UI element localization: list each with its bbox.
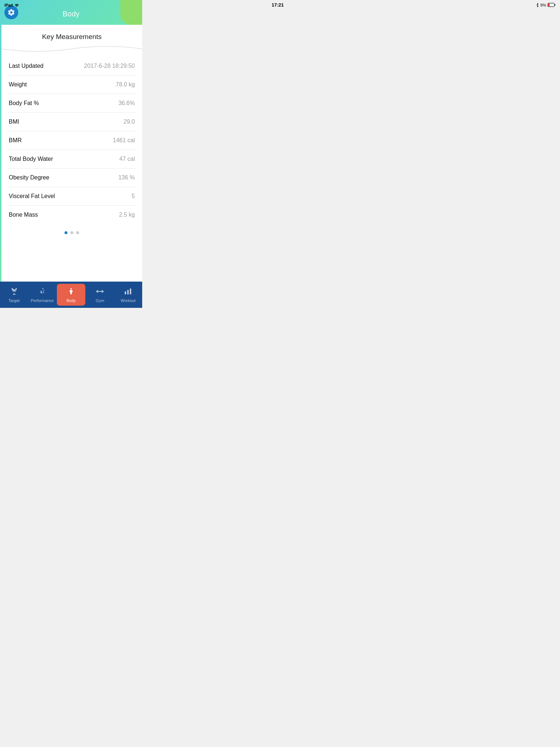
value-total-body-water: 47 cal <box>119 156 135 162</box>
tab-workout[interactable]: Workout <box>114 282 142 308</box>
value-bmr: 1461 cal <box>113 137 135 144</box>
value-weight: 78.0 kg <box>116 81 135 88</box>
row-total-body-water[interactable]: Total Body Water 47 cal <box>7 150 136 169</box>
pagination-dots <box>1 224 142 239</box>
tab-body[interactable]: Body <box>57 284 85 306</box>
header-title: Body <box>63 10 80 18</box>
tab-performance[interactable]: Performance <box>28 282 56 308</box>
label-obesity-degree: Obesity Degree <box>9 174 49 181</box>
row-obesity-degree[interactable]: Obesity Degree 136 % <box>7 169 136 187</box>
measurement-list: Last Updated 2017-6-28 18:29:50 Weight 7… <box>1 57 142 224</box>
tab-body-label: Body <box>66 298 75 303</box>
row-last-updated[interactable]: Last Updated 2017-6-28 18:29:50 <box>7 57 136 76</box>
content-wrapper: Key Measurements Last Updated 2017-6-28 … <box>0 25 142 282</box>
tab-target-label: Target <box>8 298 20 303</box>
value-visceral-fat: 5 <box>132 193 135 200</box>
section-title: Key Measurements <box>1 25 142 44</box>
value-body-fat: 36.6% <box>118 100 135 107</box>
svg-rect-10 <box>125 291 126 294</box>
svg-rect-9 <box>98 291 102 292</box>
tab-workout-label: Workout <box>121 298 136 303</box>
dot-1 <box>65 231 67 234</box>
wave-decoration <box>1 44 142 54</box>
svg-rect-5 <box>96 291 97 292</box>
dot-3 <box>76 231 79 234</box>
tab-gym-label: Gym <box>96 298 104 303</box>
label-last-updated: Last Updated <box>9 63 43 69</box>
row-bmi[interactable]: BMI 29.0 <box>7 113 136 131</box>
row-weight[interactable]: Weight 78.0 kg <box>7 76 136 94</box>
chart-icon <box>124 287 132 297</box>
label-total-body-water: Total Body Water <box>9 156 53 162</box>
svg-point-0 <box>16 6 17 7</box>
dot-2 <box>70 231 73 234</box>
value-obesity-degree: 136 % <box>118 174 135 181</box>
person-icon <box>67 287 75 297</box>
row-body-fat[interactable]: Body Fat % 36.6% <box>7 94 136 113</box>
svg-rect-6 <box>97 290 98 293</box>
svg-rect-7 <box>102 290 102 293</box>
svg-rect-12 <box>130 289 131 294</box>
row-bmr[interactable]: BMR 1461 cal <box>7 131 136 150</box>
main-content: Key Measurements Last Updated 2017-6-28 … <box>1 25 142 282</box>
dumbbell-icon <box>96 287 104 297</box>
device-label: iPad <box>4 3 13 7</box>
row-bone-mass[interactable]: Bone Mass 2.5 kg <box>7 206 136 224</box>
tab-gym[interactable]: Gym <box>86 282 114 308</box>
value-last-updated: 2017-6-28 18:29:50 <box>84 63 135 69</box>
running-icon <box>38 287 47 297</box>
label-bmr: BMR <box>9 137 22 144</box>
label-weight: Weight <box>9 81 27 88</box>
tab-bar: Target Performance Body <box>0 282 142 308</box>
row-visceral-fat[interactable]: Visceral Fat Level 5 <box>7 187 136 206</box>
label-bmi: BMI <box>9 119 19 125</box>
value-bmi: 29.0 <box>124 119 135 125</box>
tab-performance-label: Performance <box>31 298 54 303</box>
status-bar: iPad 17:21 9% <box>0 0 142 10</box>
svg-point-4 <box>70 288 72 290</box>
label-bone-mass: Bone Mass <box>9 212 38 218</box>
svg-rect-8 <box>102 291 104 292</box>
label-body-fat: Body Fat % <box>9 100 39 107</box>
wifi-icon <box>14 3 19 7</box>
svg-point-3 <box>42 288 43 289</box>
trophy-icon <box>10 287 19 297</box>
tab-target[interactable]: Target <box>0 282 28 308</box>
label-visceral-fat: Visceral Fat Level <box>9 193 55 200</box>
value-bone-mass: 2.5 kg <box>119 212 135 218</box>
svg-rect-11 <box>127 290 129 294</box>
status-left: iPad <box>4 3 19 7</box>
